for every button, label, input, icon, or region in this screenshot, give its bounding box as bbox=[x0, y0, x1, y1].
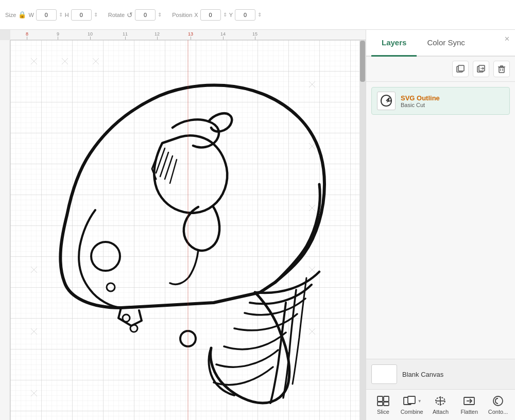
grid-canvas[interactable] bbox=[10, 40, 359, 420]
combine-label: Combine bbox=[401, 409, 423, 415]
layer-actions bbox=[366, 57, 515, 82]
blank-canvas-section: Blank Canvas bbox=[366, 359, 515, 389]
attach-label: Attach bbox=[433, 409, 449, 415]
layer-thumbnail bbox=[377, 92, 396, 110]
tab-layers[interactable]: Layers bbox=[371, 30, 417, 57]
flatten-icon bbox=[462, 395, 476, 407]
flatten-button[interactable]: Flatten bbox=[456, 395, 482, 415]
rotate-stepper-icon[interactable]: ⇕ bbox=[158, 12, 162, 18]
tab-color-sync[interactable]: Color Sync bbox=[417, 30, 475, 57]
blank-canvas-label: Blank Canvas bbox=[402, 371, 443, 378]
ruler-top: 8 9 10 11 12 13 bbox=[10, 30, 366, 40]
contour-button[interactable]: Conto... bbox=[485, 395, 511, 415]
contour-icon bbox=[491, 395, 505, 407]
layers-list: SVG Outline Basic Cut bbox=[366, 82, 515, 359]
ruler-tick-15: 15 bbox=[252, 31, 258, 40]
contour-label: Conto... bbox=[488, 409, 508, 415]
duplicate-layer-button[interactable] bbox=[452, 61, 469, 77]
combine-button[interactable]: ▼ Combine bbox=[399, 395, 425, 415]
main-layout: 8 9 10 11 12 13 bbox=[0, 30, 515, 420]
size-group: Size 🔒 W ⇕ H ⇕ bbox=[5, 9, 98, 21]
combine-btn-row: ▼ bbox=[402, 395, 422, 407]
combine-arrow-icon[interactable]: ▼ bbox=[418, 399, 422, 404]
layer-type: Basic Cut bbox=[401, 102, 504, 108]
w-input[interactable] bbox=[36, 9, 57, 21]
rotate-input[interactable] bbox=[135, 9, 156, 21]
lock-icon[interactable]: 🔒 bbox=[18, 11, 26, 19]
w-stepper-icon[interactable]: ⇕ bbox=[59, 12, 63, 18]
toolbar: Size 🔒 W ⇕ H ⇕ Rotate ↺ ⇕ Position X ⇕ Y… bbox=[0, 0, 515, 30]
flatten-label: Flatten bbox=[460, 409, 478, 415]
bottom-toolbar: Slice ▼ Combine bbox=[366, 389, 515, 420]
delete-layer-button[interactable] bbox=[493, 61, 510, 77]
h-label: H bbox=[65, 12, 69, 18]
move-layer-button[interactable] bbox=[473, 61, 489, 77]
y-label: Y bbox=[229, 12, 233, 18]
h-input[interactable] bbox=[71, 9, 92, 21]
attach-button[interactable]: Attach bbox=[427, 395, 453, 415]
rotate-icon: ↺ bbox=[127, 11, 133, 19]
slice-button[interactable]: Slice bbox=[370, 395, 396, 415]
svg-rect-31 bbox=[458, 65, 464, 71]
size-label: Size bbox=[5, 12, 16, 18]
canvas-area[interactable]: 8 9 10 11 12 13 bbox=[0, 30, 366, 420]
ruler-left bbox=[0, 40, 10, 420]
combine-icon bbox=[402, 395, 417, 407]
ruler-tick-9: 9 bbox=[57, 31, 59, 40]
y-input[interactable] bbox=[235, 9, 255, 21]
position-group: Position X ⇕ Y ⇕ bbox=[172, 9, 262, 21]
ruler-tick-12: 12 bbox=[154, 31, 160, 40]
y-stepper-icon[interactable]: ⇕ bbox=[258, 12, 262, 18]
canvas-svg bbox=[10, 40, 359, 420]
svg-rect-40 bbox=[377, 402, 383, 406]
slice-label: Slice bbox=[377, 409, 389, 415]
position-label: Position bbox=[172, 12, 192, 18]
layer-name: SVG Outline bbox=[401, 94, 504, 102]
scrollbar-vertical[interactable] bbox=[359, 40, 366, 420]
trash-icon bbox=[497, 64, 506, 74]
svg-rect-38 bbox=[377, 396, 383, 401]
svg-rect-41 bbox=[384, 402, 389, 406]
x-stepper-icon[interactable]: ⇕ bbox=[223, 12, 227, 18]
x-input[interactable] bbox=[200, 9, 221, 21]
x-label: X bbox=[194, 12, 198, 18]
w-label: W bbox=[28, 12, 33, 18]
rotate-label: Rotate bbox=[108, 12, 125, 18]
slice-icon bbox=[376, 395, 390, 407]
layer-thumb-svg bbox=[379, 94, 393, 108]
ruler-tick-14: 14 bbox=[220, 31, 226, 40]
duplicate-icon bbox=[456, 64, 465, 74]
right-panel: Layers Color Sync ✕ bbox=[366, 30, 515, 420]
ruler-tick-13: 13 bbox=[188, 31, 193, 40]
ruler-tick-11: 11 bbox=[123, 31, 128, 40]
ruler-tick-8: 8 bbox=[26, 31, 28, 40]
blank-canvas-thumbnail bbox=[371, 364, 397, 384]
ruler-tick-10: 10 bbox=[88, 31, 93, 40]
rotate-group: Rotate ↺ ⇕ bbox=[108, 9, 162, 21]
tabs-container: Layers Color Sync ✕ bbox=[366, 30, 515, 57]
layer-info: SVG Outline Basic Cut bbox=[401, 94, 504, 108]
h-stepper-icon[interactable]: ⇕ bbox=[94, 12, 98, 18]
svg-rect-34 bbox=[499, 67, 504, 73]
panel-close-icon[interactable]: ✕ bbox=[504, 35, 510, 43]
scrollbar-thumb[interactable] bbox=[360, 41, 365, 82]
layer-item-svg-outline[interactable]: SVG Outline Basic Cut bbox=[371, 87, 510, 115]
svg-rect-43 bbox=[408, 396, 415, 404]
svg-rect-39 bbox=[384, 396, 389, 401]
move-icon bbox=[476, 64, 486, 74]
attach-icon bbox=[433, 395, 448, 407]
